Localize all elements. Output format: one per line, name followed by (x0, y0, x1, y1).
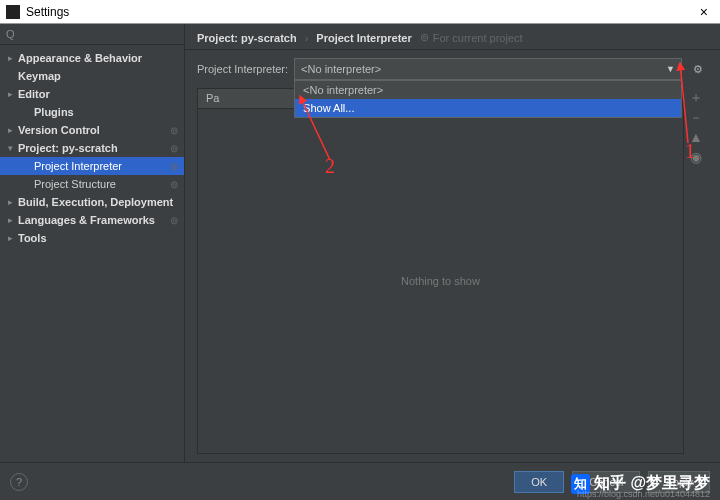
interpreter-row: Project Interpreter: <No interpreter> ▼ … (185, 50, 720, 88)
sidebar-item[interactable]: ▸Version Control⊚ (0, 121, 184, 139)
crumb-project: Project: py-scratch (197, 32, 297, 44)
interpreter-label: Project Interpreter: (197, 63, 288, 75)
breadcrumb: Project: py-scratch › Project Interprete… (185, 24, 720, 50)
watermark-url: https://blog.csdn.net/u014044812 (577, 489, 710, 499)
expand-icon: ▸ (8, 53, 18, 63)
chevron-down-icon: ▼ (666, 64, 675, 74)
scope-icon: ⊚ (170, 125, 178, 136)
sidebar-item-label: Keymap (18, 70, 178, 82)
expand-icon: ▸ (8, 125, 18, 135)
sidebar-item-label: Appearance & Behavior (18, 52, 178, 64)
expand-icon: ▸ (8, 89, 18, 99)
sidebar-item-label: Project Interpreter (34, 160, 170, 172)
package-toolbar: ＋ － ▲ ◉ (684, 88, 708, 454)
interpreter-combo[interactable]: <No interpreter> ▼ <No interpreter>Show … (294, 58, 682, 80)
gear-icon[interactable]: ⚙ (688, 59, 708, 79)
up-icon[interactable]: ▲ (689, 130, 703, 144)
eye-icon[interactable]: ◉ (690, 150, 702, 164)
sidebar-item[interactable]: Project Structure⊚ (0, 175, 184, 193)
interpreter-dropdown: <No interpreter>Show All... (294, 80, 682, 118)
package-table-area: Pa Nothing to show ＋ － ▲ ◉ (197, 88, 708, 454)
sidebar-item[interactable]: ▸Tools (0, 229, 184, 247)
sidebar-item[interactable]: Project Interpreter⊚ (0, 157, 184, 175)
expand-icon: ▸ (8, 215, 18, 225)
expand-icon: ▸ (8, 197, 18, 207)
search-icon: Q (6, 28, 15, 40)
scope-icon: ⊚ (170, 215, 178, 226)
sidebar-item[interactable]: Keymap (0, 67, 184, 85)
sidebar-item[interactable]: ▸Languages & Frameworks⊚ (0, 211, 184, 229)
window-title: Settings (26, 5, 694, 19)
content: Project: py-scratch › Project Interprete… (185, 24, 720, 462)
scope-icon: ⊚ (170, 161, 178, 172)
interpreter-combo-button[interactable]: <No interpreter> ▼ (294, 58, 682, 80)
dropdown-option[interactable]: <No interpreter> (295, 81, 681, 99)
dropdown-option[interactable]: Show All... (295, 99, 681, 117)
sidebar-item-label: Plugins (34, 106, 178, 118)
sidebar-item-label: Version Control (18, 124, 170, 136)
sidebar-item-label: Languages & Frameworks (18, 214, 170, 226)
sidebar-item-label: Editor (18, 88, 178, 100)
crumb-sep: › (305, 32, 309, 44)
sidebar: Q ▸Appearance & BehaviorKeymap▸EditorPlu… (0, 24, 185, 462)
main: Q ▸Appearance & BehaviorKeymap▸EditorPlu… (0, 24, 720, 462)
sidebar-item-label: Project: py-scratch (18, 142, 170, 154)
crumb-note: ⊚ For current project (420, 31, 523, 44)
interpreter-value: <No interpreter> (301, 63, 666, 75)
sidebar-item[interactable]: ▸Editor (0, 85, 184, 103)
titlebar: Settings × (0, 0, 720, 24)
help-button[interactable]: ? (10, 473, 28, 491)
scope-icon: ⊚ (170, 143, 178, 154)
sidebar-item[interactable]: ▸Build, Execution, Deployment (0, 193, 184, 211)
package-table: Pa Nothing to show (197, 88, 684, 454)
table-empty: Nothing to show (198, 109, 683, 453)
expand-icon: ▸ (8, 233, 18, 243)
search-input[interactable] (19, 28, 178, 40)
crumb-page: Project Interpreter (316, 32, 411, 44)
expand-icon: ▾ (8, 143, 18, 153)
ok-button[interactable]: OK (514, 471, 564, 493)
settings-tree: ▸Appearance & BehaviorKeymap▸EditorPlugi… (0, 45, 184, 462)
sidebar-item[interactable]: Plugins (0, 103, 184, 121)
sidebar-item-label: Tools (18, 232, 178, 244)
scope-icon: ⊚ (170, 179, 178, 190)
project-scope-icon: ⊚ (420, 31, 429, 44)
add-icon[interactable]: ＋ (689, 90, 703, 104)
sidebar-item[interactable]: ▸Appearance & Behavior (0, 49, 184, 67)
sidebar-item[interactable]: ▾Project: py-scratch⊚ (0, 139, 184, 157)
search-box[interactable]: Q (0, 24, 184, 45)
remove-icon[interactable]: － (689, 110, 703, 124)
app-icon (6, 5, 20, 19)
close-icon[interactable]: × (694, 4, 714, 20)
sidebar-item-label: Project Structure (34, 178, 170, 190)
sidebar-item-label: Build, Execution, Deployment (18, 196, 178, 208)
